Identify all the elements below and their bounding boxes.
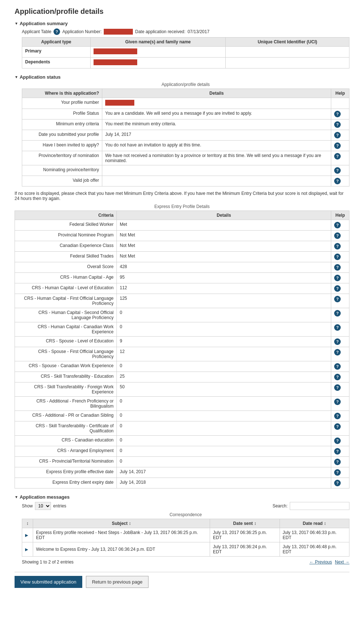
help-icon[interactable]: ? [334,349,341,356]
primary-uci [226,47,349,58]
help-icon[interactable]: ? [334,437,341,444]
col-details-ee: Details [117,211,331,220]
help-icon[interactable]: ? [334,264,341,271]
table-row: Valid job offer ? [22,176,349,187]
help-icon[interactable]: ? [334,324,341,331]
express-entry-label: Express Entry Profile Details [15,204,349,209]
help-icon[interactable]: ? [334,338,341,345]
help-icon[interactable]: ? [334,222,341,228]
help-icon[interactable]: ? [334,275,341,281]
crs-age-value: 95 [117,273,331,283]
table-row: CRS - Provincial/Territorial Nomination … [15,457,349,467]
table-row: Dependents [22,58,349,68]
table-row: Express Entry client expiry date July 14… [15,478,349,488]
help-icon[interactable]: ? [334,423,341,430]
table-row: Federal Skilled Trades Not Met ? [15,252,349,262]
msg-subject-1: Express Entry profile received - Next St… [33,528,210,542]
crs-spouse-work-value: 0 [117,361,331,372]
crs-second-lang-value: 0 [117,308,331,322]
table-row: CRS - Spouse - Canadian Work Experience … [15,361,349,372]
help-icon[interactable]: ? [334,384,341,391]
msg-date-sent-1: July 13, 2017 06:36:25 p.m. EDT [210,528,280,542]
expand-icon[interactable]: ▶ [25,547,28,551]
table-row: CRS - Canadian education 0 ? [15,436,349,446]
help-icon[interactable]: ? [334,469,341,476]
crs-edu-label: CRS - Human Capital - Level of Education [15,283,117,294]
crs-can-edu-label: CRS - Canadian education [15,436,117,446]
help-icon[interactable]: ? [334,153,341,160]
fst-label: Federal Skilled Trades [15,252,117,262]
crs-can-work-value: 0 [117,322,331,337]
table-row: Profile Status You are a candidate. We w… [22,109,349,119]
help-icon[interactable]: ? [334,363,341,370]
triangle-icon: ▼ [15,21,18,25]
expand-icon[interactable]: ▶ [25,533,28,537]
table-row: Province/territory of nomination We have… [22,151,349,165]
applicant-table-help-icon[interactable]: ? [54,28,60,35]
min-criteria-help: ? [331,119,349,130]
profile-number-label: Your profile number [22,98,102,109]
help-icon[interactable]: ? [334,310,341,317]
nomination-label: Province/territory of nomination [22,151,102,165]
msg-date-read-1: July 13, 2017 06:46:33 p.m. EDT [280,528,349,542]
col-where: Where is this application? [22,89,102,98]
next-page[interactable]: Next → [335,560,349,565]
help-icon[interactable]: ? [334,232,341,239]
help-icon[interactable]: ? [334,254,341,260]
help-icon[interactable]: ? [334,459,341,465]
help-icon[interactable]: ? [334,374,341,380]
ee-effective-date-label: Express Entry profile effective date [15,467,117,478]
entries-select[interactable]: 10 25 50 [35,502,51,510]
showing-info: Showing 1 to 2 of 2 entries [22,560,74,565]
help-icon[interactable]: ? [334,413,341,419]
profile-number-redacted [105,100,134,106]
min-criteria-label: Minimum entry criteria [22,119,102,130]
profile-number-value [102,98,331,109]
table-row: Overall Score 428 ? [15,262,349,273]
help-icon[interactable]: ? [334,132,341,138]
applicant-type-primary: Primary [22,47,91,58]
help-icon[interactable]: ? [334,285,341,292]
col-subject: Subject ↕ [33,519,210,528]
date-received-value: 07/13/2017 [187,29,209,34]
table-row: Minimum entry criteria You meet the mini… [22,119,349,130]
help-icon[interactable]: ? [334,142,341,149]
invited-help: ? [331,141,349,151]
overall-score-value: 428 [117,262,331,273]
profile-number-help [331,98,349,109]
crs-foreign-work-label: CRS - Skill Transferability - Foreign Wo… [15,382,117,397]
table-row: CRS - Arranged Employment 0 ? [15,446,349,457]
prev-page[interactable]: ← Previous [309,560,332,565]
help-icon[interactable]: ? [334,178,341,184]
help-icon[interactable]: ? [334,480,341,486]
help-icon[interactable]: ? [334,243,341,250]
min-criteria-value: You meet the minimum entry criteria. [102,119,331,130]
help-icon[interactable]: ? [334,448,341,455]
dependent-name-redacted [94,59,137,65]
help-icon[interactable]: ? [334,399,341,405]
help-icon[interactable]: ? [334,167,341,174]
entries-label: entries [53,503,66,509]
overall-score-label: Overall Score [15,262,117,273]
crs-provincial-label: CRS - Provincial/Territorial Nomination [15,457,117,467]
help-icon[interactable]: ? [334,121,341,128]
help-icon[interactable]: ? [334,111,341,117]
table-row: Nominating province/territory ? [22,165,349,176]
crs-can-work-label: CRS - Human Capital - Canadian Work Expe… [15,322,117,337]
search-input[interactable] [290,502,349,510]
table-row: CRS - Skill Transferability - Certificat… [15,421,349,436]
return-button[interactable]: Return to previous page [86,576,149,588]
table-row: CRS - Spouse - Level of Education 9 ? [15,337,349,347]
crs-spouse-edu-label: CRS - Spouse - Level of Education [15,337,117,347]
help-icon[interactable]: ? [334,296,341,302]
view-submitted-button[interactable]: View submitted application [15,576,82,588]
footer-buttons: View submitted application Return to pre… [15,572,349,588]
score-note: If no score is displayed, please check t… [15,191,349,201]
table-row: Have I been invited to apply? You do not… [22,141,349,151]
nominating-province-value [102,165,331,176]
pnp-value: Not Met [117,231,331,241]
crs-arranged-value: 0 [117,446,331,457]
submitted-date-value: July 14, 2017 [102,130,331,141]
date-received-label: Date application received: [135,29,185,34]
table-row: Express Entry profile effective date Jul… [15,467,349,478]
